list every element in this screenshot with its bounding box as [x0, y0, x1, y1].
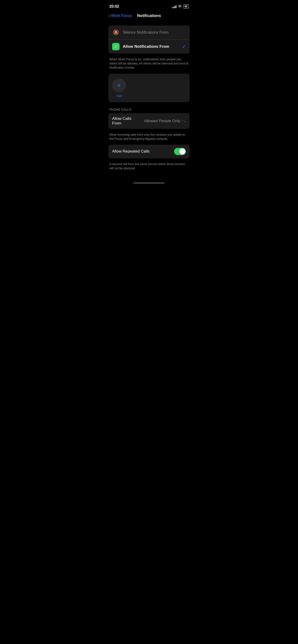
allow-notifications-label: Allow Notifications From [123, 44, 179, 49]
add-people-card: + Add [108, 74, 190, 102]
home-indicator [104, 178, 194, 186]
bell-slash-icon-container: 🔕 [112, 29, 120, 36]
allow-calls-label: Allow Calls From [112, 116, 141, 126]
status-bar: 20:02 91 [104, 0, 194, 12]
page-title: Notifications [137, 14, 161, 18]
home-bar [133, 182, 165, 184]
allow-notifications-row[interactable]: ✓ Allow Notifications From ✓ [108, 40, 190, 54]
notification-mode-card: 🔕 Silence Notifications From ✓ Allow Not… [108, 26, 190, 54]
silence-notifications-label: Silence Notifications From [123, 30, 186, 35]
battery-icon: 91 [183, 4, 189, 8]
green-badge-icon: ✓ [112, 43, 120, 50]
bell-slash-icon: 🔕 [113, 30, 119, 36]
nav-header: ‹ Work Focus Notifications [104, 12, 194, 22]
back-chevron-icon: ‹ [108, 13, 110, 18]
allow-calls-card: Allow Calls From Allowed People Only ⌃⌄ [108, 113, 190, 129]
status-icons: 91 [172, 4, 189, 8]
add-label: Add [112, 94, 126, 98]
notification-mode-description: When Work Focus is on, notifications fro… [108, 56, 190, 74]
allow-calls-value[interactable]: Allowed People Only ⌃⌄ [144, 119, 186, 123]
allow-repeated-calls-toggle[interactable] [174, 148, 186, 155]
status-time: 20:02 [109, 4, 119, 9]
chevron-updown-icon: ⌃⌄ [181, 120, 186, 123]
repeated-calls-description: A second call from the same person withi… [108, 160, 190, 174]
main-content: 🔕 Silence Notifications From ✓ Allow Not… [104, 22, 194, 178]
allow-repeated-calls-card: Allow Repeated Calls [108, 145, 190, 158]
add-button[interactable]: + [112, 78, 126, 92]
allow-repeated-calls-label: Allow Repeated Calls [112, 149, 171, 154]
allow-calls-row[interactable]: Allow Calls From Allowed People Only ⌃⌄ [108, 113, 190, 129]
signal-icon [172, 5, 176, 8]
plus-icon: + [117, 82, 121, 88]
calls-description: Allow incoming calls from only the conta… [108, 131, 190, 145]
badge-checkmark-icon: ✓ [114, 44, 118, 49]
silence-notifications-row[interactable]: 🔕 Silence Notifications From [108, 26, 190, 40]
allowed-people-only-text: Allowed People Only [144, 119, 180, 123]
toggle-thumb [179, 148, 185, 154]
wifi-icon [178, 5, 182, 8]
back-label: Work Focus [111, 14, 132, 18]
phone-calls-section-header: PHONE CALLS [108, 108, 190, 113]
back-button[interactable]: ‹ Work Focus [108, 14, 132, 18]
selected-checkmark-icon: ✓ [182, 44, 186, 50]
allow-repeated-calls-row: Allow Repeated Calls [108, 145, 190, 158]
